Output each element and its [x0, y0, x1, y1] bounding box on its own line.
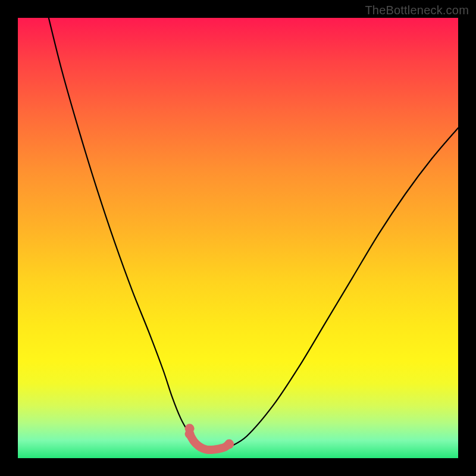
valley-highlight-dot — [185, 429, 195, 439]
plot-area — [18, 18, 458, 458]
chart-frame: TheBottleneck.com — [0, 0, 476, 476]
watermark-text: TheBottleneck.com — [365, 4, 469, 17]
bottleneck-curve-path — [49, 18, 458, 450]
valley-highlight-path — [190, 434, 230, 450]
curve-layer — [18, 18, 458, 458]
valley-highlight-dot — [224, 439, 234, 449]
valley-highlight-group — [185, 424, 234, 450]
